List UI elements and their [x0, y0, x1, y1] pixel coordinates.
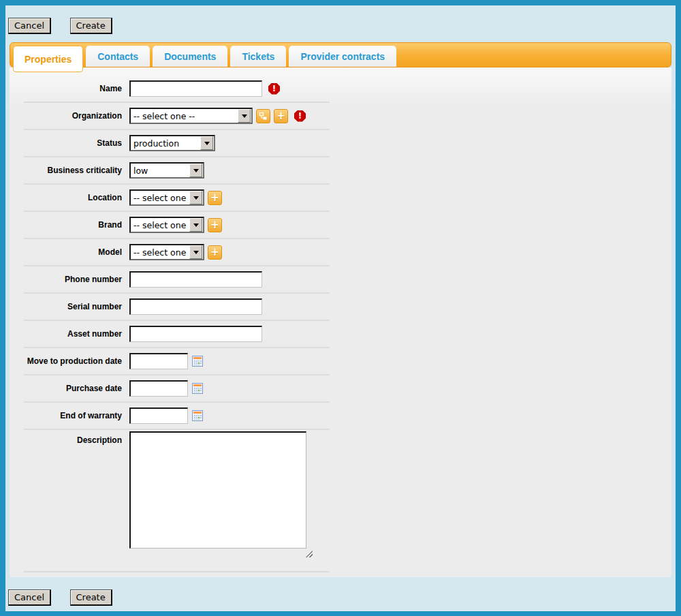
tab-tickets[interactable]: Tickets	[230, 46, 286, 67]
add-icon[interactable]: +	[208, 245, 222, 260]
location-control: -- select one --+	[129, 189, 222, 206]
form-row-location: Location-- select one --+	[10, 185, 671, 211]
location-label: Location	[10, 193, 129, 202]
tab-properties[interactable]: Properties	[13, 46, 83, 72]
description-label: Description	[10, 431, 129, 445]
form-row-phone-number: Phone number	[10, 266, 671, 292]
phone-number-input[interactable]	[129, 271, 262, 288]
form-row-end-of-warranty: End of warranty	[10, 403, 671, 429]
properties-panel: Name!Organization-- select one --+!Statu…	[10, 67, 671, 577]
status-select[interactable]: production	[129, 135, 215, 151]
create-button[interactable]: Create	[70, 18, 112, 34]
form-row-purchase-date: Purchase date	[10, 375, 671, 401]
brand-selected-value: -- select one --	[131, 220, 189, 230]
properties-form: Name!Organization-- select one --+!Statu…	[10, 67, 671, 572]
location-selected-value: -- select one --	[131, 193, 189, 203]
top-toolbar: Cancel Create	[5, 5, 676, 42]
tab-contacts[interactable]: Contacts	[86, 46, 150, 67]
purchase-date-input[interactable]	[129, 380, 188, 397]
location-select[interactable]: -- select one --	[129, 189, 204, 206]
organization-select[interactable]: -- select one --	[129, 108, 253, 124]
name-control: !	[129, 80, 280, 97]
bottom-toolbar: Cancel Create	[5, 577, 676, 611]
form-row-description: Description	[10, 430, 671, 571]
serial-number-input[interactable]	[129, 298, 262, 315]
calendar-icon[interactable]	[192, 383, 203, 394]
move-to-production-date-input[interactable]	[129, 353, 188, 369]
brand-label: Brand	[10, 220, 129, 230]
form-row-serial-number: Serial number	[10, 294, 671, 320]
calendar-icon[interactable]	[192, 410, 203, 421]
cancel-button[interactable]: Cancel	[8, 18, 51, 34]
hierarchy-icon[interactable]	[256, 109, 270, 123]
add-icon[interactable]: +	[208, 191, 222, 205]
asset-number-control	[129, 326, 262, 342]
mandatory-icon: !	[268, 83, 280, 95]
status-control: production	[129, 135, 215, 151]
tab-bar: PropertiesContactsDocumentsTicketsProvid…	[10, 42, 671, 67]
form-row-model: Model-- select one --+	[10, 239, 671, 265]
form-row-move-to-production-date: Move to production date	[10, 348, 671, 374]
tab-provider-contracts[interactable]: Provider contracts	[289, 46, 396, 67]
end-of-warranty-label: End of warranty	[10, 411, 129, 420]
purchase-date-label: Purchase date	[10, 384, 129, 393]
chevron-down-icon[interactable]	[189, 191, 202, 204]
form-row-business-criticality: Business criticalitylow	[10, 157, 671, 183]
chevron-down-icon[interactable]	[189, 164, 202, 177]
add-icon[interactable]: +	[208, 218, 222, 232]
row-separator	[24, 571, 330, 572]
calendar-icon[interactable]	[192, 356, 203, 367]
form-row-asset-number: Asset number	[10, 321, 671, 347]
resize-handle-icon[interactable]	[306, 551, 313, 557]
form-row-status: Statusproduction	[10, 130, 671, 156]
mandatory-icon: !	[294, 110, 306, 122]
asset-number-label: Asset number	[10, 329, 129, 339]
chevron-down-icon[interactable]	[238, 109, 251, 123]
status-label: Status	[10, 138, 129, 148]
organization-label: Organization	[10, 111, 129, 121]
move-to-production-date-label: Move to production date	[10, 356, 129, 366]
asset-number-input[interactable]	[129, 326, 262, 342]
add-icon[interactable]: +	[274, 109, 288, 123]
tab-container: PropertiesContactsDocumentsTicketsProvid…	[10, 42, 671, 67]
form-row-brand: Brand-- select one --+	[10, 212, 671, 238]
create-object-page: Cancel Create PropertiesContactsDocument…	[0, 0, 681, 616]
chevron-down-icon[interactable]	[200, 136, 213, 150]
form-row-organization: Organization-- select one --+!	[10, 103, 671, 129]
model-selected-value: -- select one --	[131, 247, 189, 258]
model-control: -- select one --+	[129, 244, 222, 260]
brand-select[interactable]: -- select one --	[129, 217, 204, 233]
phone-number-label: Phone number	[10, 275, 129, 284]
end-of-warranty-input[interactable]	[129, 407, 188, 424]
phone-number-control	[129, 271, 262, 288]
serial-number-control	[129, 298, 262, 315]
business-criticality-select[interactable]: low	[129, 162, 204, 179]
purchase-date-control	[129, 380, 203, 397]
form-row-name: Name!	[10, 76, 671, 102]
move-to-production-date-control	[129, 353, 203, 369]
status-selected-value: production	[131, 138, 200, 149]
business-criticality-label: Business criticality	[10, 166, 129, 175]
business-criticality-control: low	[129, 162, 204, 179]
organization-control: -- select one --+!	[129, 108, 306, 124]
tab-documents[interactable]: Documents	[153, 46, 227, 67]
description-control	[129, 431, 306, 571]
model-label: Model	[10, 247, 129, 257]
brand-control: -- select one --+	[129, 217, 222, 233]
model-select[interactable]: -- select one --	[129, 244, 204, 260]
organization-selected-value: -- select one --	[131, 111, 237, 121]
create-button[interactable]: Create	[70, 589, 112, 606]
description-textarea[interactable]	[129, 431, 306, 549]
chevron-down-icon[interactable]	[189, 245, 202, 259]
name-label: Name	[10, 84, 129, 93]
serial-number-label: Serial number	[10, 302, 129, 311]
chevron-down-icon[interactable]	[189, 218, 202, 232]
business-criticality-selected-value: low	[131, 166, 189, 176]
end-of-warranty-control	[129, 407, 203, 424]
cancel-button[interactable]: Cancel	[8, 589, 51, 606]
name-input[interactable]	[129, 80, 262, 97]
